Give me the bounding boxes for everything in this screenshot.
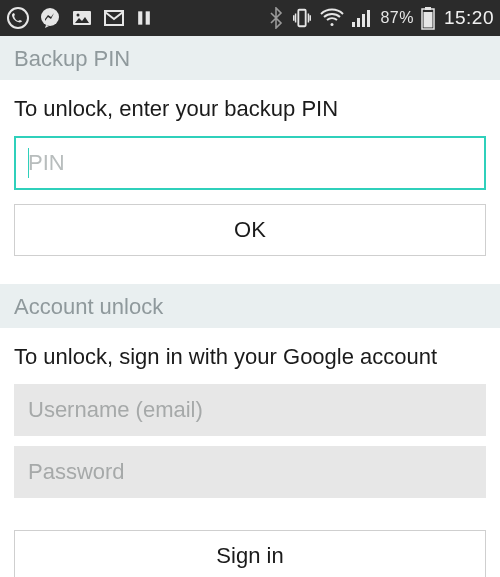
signal-icon: [351, 8, 373, 28]
image-icon: [70, 6, 94, 30]
svg-rect-13: [425, 7, 431, 10]
svg-rect-7: [299, 10, 306, 27]
status-clock: 15:20: [444, 7, 494, 29]
whatsapp-icon: [6, 6, 30, 30]
pin-input[interactable]: [14, 136, 486, 190]
signin-button[interactable]: Sign in: [14, 530, 486, 577]
password-input[interactable]: [14, 446, 486, 498]
status-bar-left: [6, 6, 154, 30]
backup-pin-instruction: To unlock, enter your backup PIN: [0, 80, 500, 136]
gmail-icon: [102, 6, 126, 30]
ok-button[interactable]: OK: [14, 204, 486, 256]
status-bar-right: 87% 15:20: [268, 6, 494, 30]
svg-rect-14: [423, 12, 432, 28]
svg-rect-9: [357, 18, 360, 27]
backup-pin-header: Backup PIN: [0, 36, 500, 80]
username-input[interactable]: [14, 384, 486, 436]
account-unlock-instruction: To unlock, sign in with your Google acco…: [0, 328, 500, 384]
messenger-icon: [38, 6, 62, 30]
svg-point-3: [77, 14, 80, 17]
battery-percentage: 87%: [380, 9, 414, 27]
svg-rect-10: [362, 14, 365, 27]
status-bar: 87% 15:20: [0, 0, 500, 36]
account-unlock-header: Account unlock: [0, 284, 500, 328]
wifi-icon: [320, 8, 344, 28]
bluetooth-icon: [268, 7, 284, 29]
svg-rect-5: [138, 11, 142, 24]
svg-rect-11: [367, 10, 370, 27]
battery-icon: [421, 6, 435, 30]
pause-icon: [134, 8, 154, 28]
svg-rect-6: [146, 11, 150, 24]
svg-point-0: [8, 8, 28, 28]
vibrate-icon: [291, 7, 313, 29]
svg-rect-8: [352, 22, 355, 27]
